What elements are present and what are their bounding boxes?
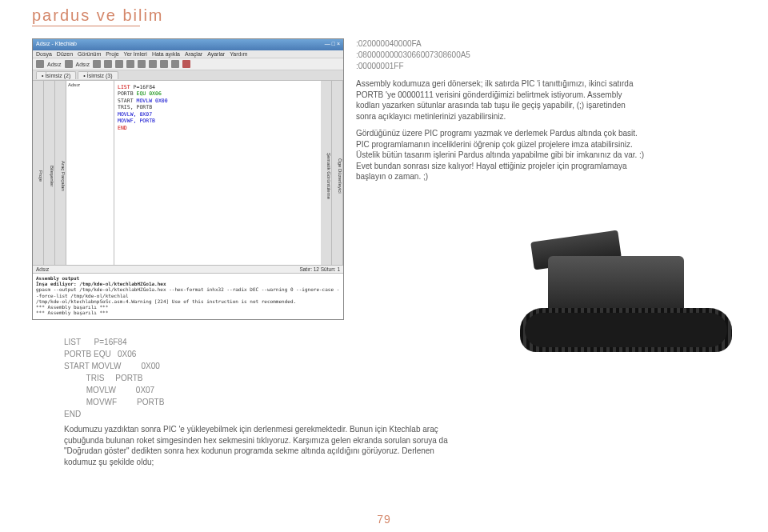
- code-line: MOVWF PORTB: [64, 396, 164, 408]
- rocket-icon[interactable]: [182, 60, 190, 68]
- menu-item[interactable]: Yer İmleri: [124, 51, 147, 57]
- output-panel: Assembly output İnşa ediliyor: /tmp/kde-…: [33, 273, 343, 320]
- hex-line: :08000000003066007308600A5: [356, 50, 646, 61]
- undo-icon[interactable]: [115, 60, 123, 68]
- menu-item[interactable]: Yardım: [230, 51, 247, 57]
- output-line: gpasm --output /tmp/kde-ol/ktechlabHZGo1…: [36, 286, 340, 298]
- header-underline: [32, 26, 140, 26]
- code-line: END: [64, 408, 164, 420]
- code-listing: LIST P=16F84 PORTB EQU 0X06 START MOVLW …: [64, 336, 164, 420]
- article-text-body: Kodumuzu yazdıktan sonra PIC 'e yükleyeb…: [64, 424, 456, 467]
- window-controls[interactable]: — □ ×: [325, 41, 340, 49]
- output-line: İnşa ediliyor: /tmp/kde-ol/ktechlabHZGo1…: [36, 281, 340, 286]
- toolbar-label: Adsız: [76, 62, 90, 67]
- menu-item[interactable]: Proje: [106, 51, 118, 57]
- output-title: Assembly output: [36, 275, 340, 281]
- paragraph: Gördüğünüz üzere PIC programı yazmak ve …: [356, 128, 646, 182]
- menu-item[interactable]: Araçlar: [185, 51, 202, 57]
- toolbar-label: Adsız: [47, 62, 62, 67]
- new-icon[interactable]: [36, 60, 44, 68]
- side-panel-title: Adsız: [68, 82, 112, 87]
- hex-line: :00000001FF: [356, 61, 646, 72]
- article-text-right: :020000040000FA :08000000003066007308600…: [356, 38, 646, 182]
- page-number: 79: [0, 513, 768, 526]
- code-line: MOVLW 0X07: [64, 384, 164, 396]
- robot-photo: [500, 232, 740, 364]
- paragraph: Kodumuzu yazdıktan sonra PIC 'e yükleyeb…: [64, 424, 456, 467]
- menu-item[interactable]: Dosya: [36, 51, 52, 57]
- output-line: *** Assembly başarılı ***: [36, 310, 340, 315]
- status-right: Satır: 12 Sütun: 1: [299, 266, 340, 272]
- paragraph: Assembly kodumuza geri dönersek; ilk sat…: [356, 78, 646, 122]
- code-line: TRIS PORTB: [64, 372, 164, 384]
- new-icon[interactable]: [65, 60, 73, 68]
- output-line: *** Assembly başarılı ***: [36, 304, 340, 310]
- tab[interactable]: • İsimsiz (3): [78, 71, 118, 79]
- left-sidebar-proje[interactable]: Proje: [33, 81, 44, 265]
- tab[interactable]: • İsimsiz (2): [36, 71, 76, 79]
- menubar: Dosya Düzen Görünüm Proje Yer İmleri Hat…: [33, 50, 343, 58]
- left-sidebar-arac[interactable]: Araç Parçaları: [55, 81, 66, 265]
- right-sidebar-oge[interactable]: Öge Düzenleyici: [332, 81, 343, 265]
- menu-item[interactable]: Düzen: [57, 51, 73, 57]
- redo-icon[interactable]: [126, 60, 134, 68]
- app-screenshot: Adsız - Ktechlab — □ × Dosya Düzen Görün…: [32, 38, 344, 320]
- output-line: /tmp/kde-ol/ktechlabnpSoSc.asm:4.Warning…: [36, 298, 340, 304]
- code-editor[interactable]: LIST P=16F84 PORTB EQU 0X06 START MOVLW …: [114, 81, 321, 265]
- tab-bar: • İsimsiz (2) • İsimsiz (3): [33, 70, 343, 81]
- window-title: Adsız - Ktechlab: [36, 41, 77, 49]
- robot-track: [520, 308, 732, 352]
- code-line: LIST P=16F84: [64, 336, 164, 348]
- cut-icon[interactable]: [138, 60, 146, 68]
- status-left: Adsız: [36, 266, 49, 272]
- paste-icon[interactable]: [160, 60, 168, 68]
- find-icon[interactable]: [171, 60, 179, 68]
- menu-item[interactable]: Hata ayıkla: [152, 51, 180, 57]
- window-titlebar: Adsız - Ktechlab — □ ×: [33, 39, 343, 50]
- print-icon[interactable]: [104, 60, 112, 68]
- toolbar: Adsız Adsız: [33, 58, 343, 70]
- code-line: START MOVLW 0X00: [64, 360, 164, 372]
- robot-body: [548, 256, 684, 316]
- menu-item[interactable]: Ayarlar: [207, 51, 225, 57]
- save-icon[interactable]: [93, 60, 101, 68]
- hex-line: :020000040000FA: [356, 38, 646, 50]
- status-bar: Adsız Satır: 12 Sütun: 1: [33, 265, 343, 273]
- copy-icon[interactable]: [149, 60, 157, 68]
- page-title: pardus ve bilim: [32, 6, 164, 25]
- side-panel: Adsız: [66, 81, 114, 265]
- code-line: PORTB EQU 0X06: [64, 348, 164, 360]
- menu-item[interactable]: Görünüm: [78, 51, 101, 57]
- left-sidebar-bilesenler[interactable]: Bileşenler: [44, 81, 55, 265]
- right-sidebar-sem[interactable]: Şematik Görüntüleme: [321, 81, 332, 265]
